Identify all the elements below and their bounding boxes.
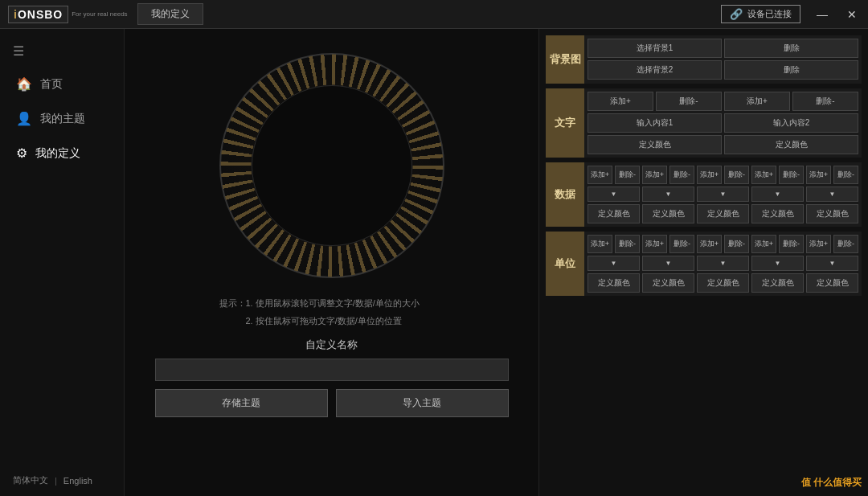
data-color1-button[interactable]: 定义颜色 [588,204,640,223]
background-content: 选择背景1 删除 选择背景2 删除 [584,35,862,84]
language-switcher: 简体中文 | English [0,465,124,496]
data-del3-button[interactable]: 删除- [724,166,749,184]
lang-en-button[interactable]: English [63,476,92,486]
unit-dropdown1[interactable]: ▼ [588,256,640,271]
import-theme-button[interactable]: 导入主题 [336,389,509,417]
unit-color3-button[interactable]: 定义颜色 [697,273,749,293]
home-icon: 🏠 [16,76,32,92]
data-section: 数据 添加+ 删除- 添加+ 删除- 添加+ 删除- 添加+ 删除- 添加+ 删… [546,162,862,227]
unit-del4-button[interactable]: 删除- [779,235,804,253]
data-row2: ▼ ▼ ▼ ▼ ▼ [588,187,858,202]
unit-color5-button[interactable]: 定义颜色 [806,273,858,293]
data-color3-button[interactable]: 定义颜色 [697,204,749,223]
logo-icon: iONSBO [8,6,68,23]
user-icon: 👤 [16,111,32,126]
save-theme-button[interactable]: 存储主题 [155,389,328,417]
titlebar-right: 🔗 设备已连接 — ✕ [721,5,860,23]
chevron-down-icon: ▼ [829,191,836,198]
data-del2-button[interactable]: 删除- [669,166,694,184]
chevron-down-icon: ▼ [775,191,781,198]
data-dropdown3[interactable]: ▼ [697,187,749,202]
minimize-button[interactable]: — [813,9,831,20]
text-add1-button[interactable]: 添加+ [588,92,653,111]
text-add2-button[interactable]: 添加+ [724,92,790,111]
menu-icon[interactable]: ☰ [0,35,124,67]
background-label: 背景图 [546,35,584,84]
unit-dropdown3[interactable]: ▼ [697,256,749,271]
data-dropdown2[interactable]: ▼ [642,187,694,202]
text-color1-button[interactable]: 定义颜色 [588,135,722,154]
unit-label: 单位 [546,232,584,296]
text-input2-button[interactable]: 输入内容2 [724,113,858,133]
data-add3-button[interactable]: 添加+ [697,166,722,184]
unit-del1-button[interactable]: 删除- [615,235,640,253]
sidebar-item-home[interactable]: 🏠 首页 [0,67,124,101]
active-tab[interactable]: 我的定义 [137,3,203,25]
data-add4-button[interactable]: 添加+ [751,166,776,184]
data-dropdown5[interactable]: ▼ [806,187,858,202]
text-color2-button[interactable]: 定义颜色 [724,135,858,154]
data-color2-button[interactable]: 定义颜色 [642,204,694,223]
delete-bg1-button[interactable]: 删除 [724,39,858,58]
data-color4-button[interactable]: 定义颜色 [751,204,804,223]
unit-del5-button[interactable]: 删除- [833,235,858,253]
sidebar: ☰ 🏠 首页 👤 我的主题 ⚙ 我的定义 简体中文 | English [0,29,125,496]
sidebar-item-mydef[interactable]: ⚙ 我的定义 [0,136,124,170]
unit-row2: ▼ ▼ ▼ ▼ ▼ [588,256,858,271]
circle-display [219,53,444,278]
watermark-text: 什么值得买 [813,477,862,488]
unit-add5-button[interactable]: 添加+ [806,235,831,253]
content-area: 提示：1. 使用鼠标滚轮可调整文字/数据/单位的大小 2. 按住鼠标可拖动文字/… [125,29,538,496]
main-layout: ☰ 🏠 首页 👤 我的主题 ⚙ 我的定义 简体中文 | English [0,29,868,496]
select-bg1-button[interactable]: 选择背景1 [588,39,722,58]
data-del5-button[interactable]: 删除- [833,166,858,184]
data-dropdown4[interactable]: ▼ [751,187,804,202]
sidebar-item-home-label: 首页 [40,77,63,92]
custom-name-label: 自定义名称 [155,338,509,352]
unit-add3-button[interactable]: 添加+ [697,235,722,253]
custom-name-input[interactable] [155,359,509,381]
data-color5-button[interactable]: 定义颜色 [806,204,858,223]
unit-row1: 添加+ 删除- 添加+ 删除- 添加+ 删除- 添加+ 删除- 添加+ 删除- [588,235,858,253]
sidebar-item-mytheme[interactable]: 👤 我的主题 [0,101,124,136]
chevron-down-icon: ▼ [665,191,672,198]
unit-del3-button[interactable]: 删除- [724,235,749,253]
text-del1-button[interactable]: 删除- [656,92,722,111]
data-del1-button[interactable]: 删除- [615,166,640,184]
unit-add1-button[interactable]: 添加+ [588,235,612,253]
lang-divider: | [55,476,57,486]
text-input1-button[interactable]: 输入内容1 [588,113,722,133]
data-dropdown1[interactable]: ▼ [588,187,640,202]
data-row1: 添加+ 删除- 添加+ 删除- 添加+ 删除- 添加+ 删除- 添加+ 删除- [588,166,858,184]
unit-color2-button[interactable]: 定义颜色 [642,273,694,293]
text-row1: 添加+ 删除- 添加+ 删除- [588,92,858,111]
unit-add2-button[interactable]: 添加+ [642,235,667,253]
lang-cn-button[interactable]: 简体中文 [13,474,48,486]
chevron-down-icon: ▼ [665,260,672,267]
text-del2-button[interactable]: 删除- [792,92,858,111]
unit-dropdown2[interactable]: ▼ [642,256,694,271]
bg-row2: 选择背景2 删除 [588,60,858,80]
data-row3: 定义颜色 定义颜色 定义颜色 定义颜色 定义颜色 [588,204,858,223]
unit-add4-button[interactable]: 添加+ [751,235,776,253]
watermark: 值 什么值得买 [801,476,862,490]
chevron-down-icon: ▼ [611,260,617,267]
chevron-down-icon: ▼ [611,191,617,198]
text-content: 添加+ 删除- 添加+ 删除- 输入内容1 输入内容2 定义颜色 定义颜色 [584,88,862,158]
delete-bg2-button[interactable]: 删除 [724,60,858,80]
data-del4-button[interactable]: 删除- [779,166,804,184]
data-add1-button[interactable]: 添加+ [588,166,612,184]
unit-color1-button[interactable]: 定义颜色 [588,273,640,293]
unit-dropdown4[interactable]: ▼ [751,256,804,271]
data-add2-button[interactable]: 添加+ [642,166,667,184]
sidebar-item-mydef-label: 我的定义 [35,146,80,161]
link-icon: 🔗 [730,8,743,20]
unit-color4-button[interactable]: 定义颜色 [751,273,804,293]
close-button[interactable]: ✕ [844,9,860,20]
unit-dropdown5[interactable]: ▼ [806,256,858,271]
data-add5-button[interactable]: 添加+ [806,166,831,184]
unit-del2-button[interactable]: 删除- [669,235,694,253]
unit-content: 添加+ 删除- 添加+ 删除- 添加+ 删除- 添加+ 删除- 添加+ 删除- … [584,232,862,296]
select-bg2-button[interactable]: 选择背景2 [588,60,722,80]
connected-badge: 🔗 设备已连接 [721,5,800,23]
